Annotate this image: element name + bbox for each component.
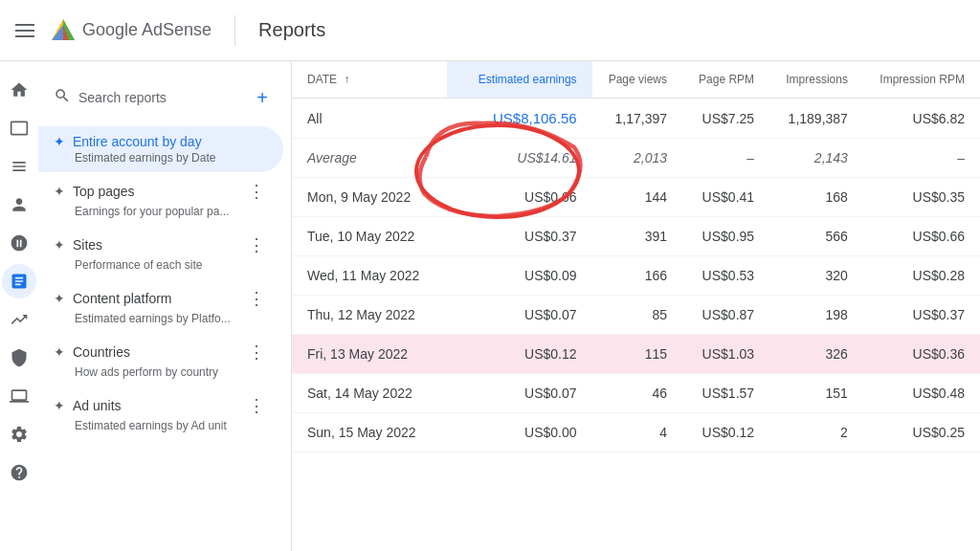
table-row: Thu, 12 May 2022US$0.0785US$0.87198US$0.… (292, 296, 980, 335)
page-title: Reports (258, 19, 325, 41)
cell-avg-pagerpm: – (682, 139, 769, 178)
sidebar-item-sublabel-1: Earnings for your popular pa... (54, 205, 268, 218)
cell-impressions: 151 (769, 374, 863, 413)
cell-date: Sun, 15 May 2022 (292, 413, 447, 452)
cell-earnings: US$0.00 (447, 413, 592, 452)
cell-date: Tue, 10 May 2022 (292, 217, 447, 256)
nav-reports-icon[interactable] (2, 264, 36, 298)
nav-display-icon[interactable] (2, 111, 36, 145)
col-header-impressionrpm[interactable]: Impression RPM (863, 61, 980, 99)
left-nav (0, 61, 38, 551)
table-header-row: DATE ↑ Estimated earnings Page views Pag… (292, 61, 980, 99)
sidebar-item-entire-account[interactable]: ✦ Entire account by day Estimated earnin… (38, 126, 283, 172)
more-options-countries[interactable]: ⋮ (245, 341, 268, 364)
nav-person-icon[interactable] (2, 187, 36, 222)
cell-pageviews: 46 (592, 374, 682, 413)
sparkle-icon-4: ✦ (54, 344, 65, 360)
cell-pagerpm: US$0.53 (682, 256, 769, 296)
search-bar[interactable]: Search reports + (38, 77, 291, 119)
cell-impressionrpm: US$0.25 (863, 413, 980, 452)
topbar: Google AdSense Reports (0, 0, 980, 61)
table-row: Tue, 10 May 2022US$0.37391US$0.95566US$0… (292, 217, 980, 256)
sidebar-item-sublabel-0: Estimated earnings by Date (54, 151, 268, 165)
menu-icon[interactable] (15, 24, 34, 37)
cell-pagerpm: US$0.87 (682, 296, 769, 335)
cell-pagerpm: US$0.41 (682, 178, 769, 217)
more-options-top-pages[interactable]: ⋮ (245, 180, 268, 203)
nav-help-icon[interactable] (2, 455, 36, 490)
cell-impressions: 326 (769, 335, 863, 374)
report-table: DATE ↑ Estimated earnings Page views Pag… (292, 61, 980, 452)
col-header-impressions[interactable]: Impressions (769, 61, 863, 99)
col-header-date[interactable]: DATE ↑ (292, 61, 447, 99)
cell-pageviews: 115 (592, 335, 682, 374)
sidebar-item-content-platform[interactable]: ✦ Content platform ⋮ Estimated earnings … (38, 279, 283, 333)
sidebar-item-sites[interactable]: ✦ Sites ⋮ Performance of each site (38, 226, 283, 279)
brand-name: Google AdSense (82, 20, 212, 40)
sidebar-item-top-pages[interactable]: ✦ Top pages ⋮ Earnings for your popular … (38, 172, 283, 226)
add-report-button[interactable]: + (249, 84, 276, 111)
sort-asc-icon: ↑ (344, 73, 349, 86)
sidebar: Search reports + ✦ Entire account by day… (38, 61, 292, 551)
cell-avg-impressions: 2,143 (769, 139, 863, 178)
nav-settings-icon[interactable] (2, 417, 36, 452)
sidebar-item-sublabel-3: Estimated earnings by Platfo... (54, 312, 268, 325)
more-options-sites[interactable]: ⋮ (245, 233, 268, 256)
cell-earnings: US$0.07 (447, 296, 592, 335)
cell-pageviews: 166 (592, 256, 682, 296)
col-header-pageviews[interactable]: Page views (592, 61, 682, 99)
cell-earnings: US$0.37 (447, 217, 592, 256)
sparkle-icon-3: ✦ (54, 291, 65, 306)
cell-impressions: 2 (769, 413, 863, 452)
cell-pageviews: 144 (592, 178, 682, 217)
cell-all-impressions: 1,189,387 (769, 99, 863, 139)
nav-block-icon[interactable] (2, 226, 36, 260)
table-row: Fri, 13 May 2022US$0.12115US$1.03326US$0… (292, 335, 980, 374)
adsense-logo-icon (50, 17, 77, 44)
sidebar-item-sublabel-2: Performance of each site (54, 258, 268, 272)
cell-earnings: US$0.09 (447, 256, 592, 296)
nav-monitor-icon[interactable] (2, 379, 36, 413)
cell-pagerpm: US$0.12 (682, 413, 769, 452)
nav-trending-icon[interactable] (2, 302, 36, 337)
sidebar-item-countries[interactable]: ✦ Countries ⋮ How ads perform by country (38, 333, 283, 386)
cell-date: Thu, 12 May 2022 (292, 296, 447, 335)
cell-pageviews: 4 (592, 413, 682, 452)
col-header-earnings[interactable]: Estimated earnings (447, 61, 592, 99)
sidebar-item-ad-units[interactable]: ✦ Ad units ⋮ Estimated earnings by Ad un… (38, 386, 283, 440)
cell-impressions: 198 (769, 296, 863, 335)
cell-impressions: 566 (769, 217, 863, 256)
cell-impressions: 168 (769, 178, 863, 217)
cell-all-pagerpm: US$7.25 (682, 99, 769, 139)
sidebar-item-label-0: Entire account by day (73, 134, 202, 149)
sidebar-item-label-5: Ad units (73, 398, 122, 413)
topbar-divider (234, 15, 235, 46)
cell-all-earnings: US$8,106.56 (447, 99, 592, 139)
nav-ads-icon[interactable] (2, 149, 36, 184)
cell-pagerpm: US$0.95 (682, 217, 769, 256)
sparkle-icon-0: ✦ (54, 134, 65, 149)
table-row-all: All US$8,106.56 1,17,397 US$7.25 1,189,3… (292, 99, 980, 139)
nav-privacy-icon[interactable] (2, 341, 36, 375)
cell-earnings: US$0.07 (447, 374, 592, 413)
report-table-container: DATE ↑ Estimated earnings Page views Pag… (292, 61, 980, 452)
sidebar-item-label-1: Top pages (73, 184, 135, 199)
more-options-ad-units[interactable]: ⋮ (245, 394, 268, 417)
cell-earnings: US$0.12 (447, 335, 592, 374)
col-header-pagerpm[interactable]: Page RPM (682, 61, 769, 99)
cell-impressionrpm: US$0.35 (863, 178, 980, 217)
nav-home-icon[interactable] (2, 73, 36, 107)
cell-all-pageviews: 1,17,397 (592, 99, 682, 139)
more-options-content-platform[interactable]: ⋮ (245, 287, 268, 310)
sidebar-item-sublabel-5: Estimated earnings by Ad unit (54, 419, 268, 432)
search-label: Search reports (78, 90, 241, 105)
cell-impressionrpm: US$0.48 (863, 374, 980, 413)
cell-avg-date: Average (292, 139, 447, 178)
sidebar-item-sublabel-4: How ads perform by country (54, 365, 268, 379)
table-row: Sat, 14 May 2022US$0.0746US$1.57151US$0.… (292, 374, 980, 413)
table-row-average: Average US$14.61 2,013 – 2,143 – (292, 139, 980, 178)
main-layout: Search reports + ✦ Entire account by day… (0, 61, 980, 551)
cell-impressionrpm: US$0.37 (863, 296, 980, 335)
cell-avg-earnings: US$14.61 (447, 139, 592, 178)
cell-impressionrpm: US$0.66 (863, 217, 980, 256)
